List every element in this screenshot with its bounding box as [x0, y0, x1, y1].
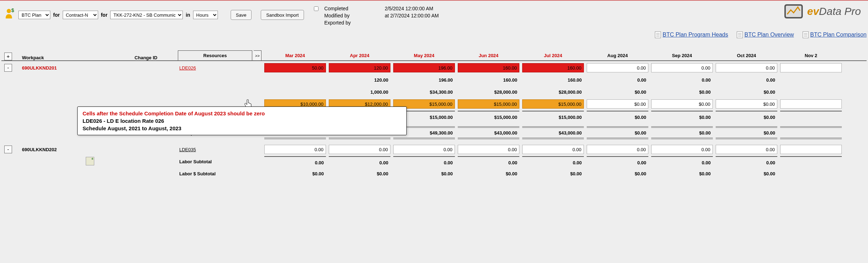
- value-cell: 0.00: [651, 156, 713, 167]
- value-cell: $0.00: [587, 169, 648, 178]
- value-cell: $0.00: [716, 169, 777, 178]
- plan-select[interactable]: BTC Plan: [18, 11, 50, 19]
- toolbar: $ BTC Plan for Contract-N for TKK-272-KN…: [0, 0, 868, 28]
- month-header: Apr 2024: [327, 53, 392, 60]
- table-row: 1,000.00$34,300.00$28,000.00$28,000.00$0…: [1, 85, 867, 97]
- value-input[interactable]: [458, 99, 519, 109]
- month-header: Jul 2024: [521, 53, 585, 60]
- brand-icon: [784, 4, 804, 19]
- value-input[interactable]: [522, 145, 584, 154]
- month-header: Nov 2: [779, 53, 843, 60]
- value-cell: 0.00: [458, 156, 519, 167]
- value-cell: $0.00: [716, 111, 777, 121]
- value-input[interactable]: [780, 99, 842, 109]
- workpack-row: - 690ULKKND201 LDE026: [1, 61, 867, 73]
- table-row: 120.00196.00160.00160.000.000.000.00: [1, 73, 867, 85]
- expand-resources-button[interactable]: >>: [254, 50, 261, 60]
- workpack-row: - 690ULKKND202 LDE035: [1, 143, 867, 155]
- value-cell: 0.00: [716, 75, 777, 84]
- value-cell: 160.00: [458, 75, 519, 84]
- value-input[interactable]: [716, 145, 777, 154]
- workpack-link[interactable]: 690ULKKND202: [22, 147, 57, 152]
- value-cell: $0.00: [716, 87, 777, 97]
- value-input[interactable]: [780, 145, 842, 154]
- value-input[interactable]: [716, 99, 777, 109]
- tooltip-schedule: Schedule August, 2021 to August, 2023: [83, 125, 401, 131]
- value-cell: $0.00: [651, 87, 713, 97]
- value-input[interactable]: [329, 145, 390, 154]
- workpack-link[interactable]: 690ULKKND201: [22, 65, 57, 71]
- svg-text:$: $: [11, 8, 14, 13]
- month-header: May 2024: [392, 53, 456, 60]
- timestamp-2: at 2/7/2024 12:00:00 AM: [385, 13, 439, 18]
- value-input[interactable]: [651, 145, 713, 154]
- value-cell: [780, 87, 842, 97]
- resources-header: Resources: [178, 50, 252, 60]
- value-cell: [780, 75, 842, 84]
- resource-link[interactable]: LDE026: [179, 65, 196, 71]
- value-input[interactable]: [329, 63, 390, 72]
- collapse-button[interactable]: -: [4, 146, 12, 153]
- brand-logo: evData Pro: [784, 4, 861, 19]
- value-input[interactable]: [393, 145, 455, 154]
- value-input[interactable]: [587, 145, 648, 154]
- value-input[interactable]: [587, 99, 648, 109]
- document-icon: [655, 31, 661, 38]
- value-cell: 0.00: [587, 75, 648, 84]
- meta-info: Completed Modified by Exported by 2/5/20…: [314, 6, 439, 26]
- value-cell: 0.00: [329, 156, 390, 167]
- value-input[interactable]: [522, 99, 584, 109]
- collapse-button[interactable]: -: [4, 64, 12, 72]
- month-header: Aug 2024: [585, 53, 650, 60]
- month-header: Oct 2024: [714, 53, 779, 60]
- value-cell: 0.00: [587, 156, 648, 167]
- user-money-icon: $: [4, 8, 16, 19]
- value-input[interactable]: [716, 63, 777, 72]
- value-cell: $43,000.00: [458, 126, 519, 139]
- value-cell: $28,000.00: [522, 87, 584, 97]
- value-cell: $0.00: [651, 111, 713, 121]
- value-cell: 0.00: [393, 156, 455, 167]
- value-input[interactable]: [651, 63, 713, 72]
- resource-link[interactable]: LDE035: [179, 147, 196, 152]
- value-input[interactable]: [264, 63, 326, 72]
- add-resource-icon[interactable]: [86, 157, 94, 165]
- completed-checkbox[interactable]: [314, 6, 319, 11]
- value-cell: $0.00: [651, 126, 713, 139]
- program-heads-link[interactable]: BTC Plan Program Heads: [663, 32, 728, 38]
- unit-select[interactable]: Hours: [193, 11, 218, 19]
- value-input[interactable]: [780, 63, 842, 72]
- save-button[interactable]: Save: [231, 10, 252, 20]
- value-cell: 120.00: [329, 75, 390, 84]
- expand-all-button[interactable]: +: [4, 53, 12, 60]
- value-cell: [780, 156, 842, 167]
- value-cell: 196.00: [393, 75, 455, 84]
- value-input[interactable]: [458, 145, 519, 154]
- sandbox-import-button[interactable]: Sandbox Import: [261, 10, 304, 20]
- modified-label: Modified by: [324, 13, 351, 18]
- value-cell: 1,000.00: [329, 87, 390, 97]
- value-cell: $0.00: [587, 126, 648, 139]
- value-cell: $28,000.00: [458, 87, 519, 97]
- report-links: BTC Plan Program Heads BTC Plan Overview…: [655, 31, 867, 38]
- value-cell: $0.00: [716, 126, 777, 139]
- value-input[interactable]: [264, 145, 326, 154]
- subtotal-row: Labor $ Subtotal $0.00$0.00$0.00$0.00$0.…: [1, 167, 867, 179]
- svg-rect-3: [786, 6, 801, 17]
- value-input[interactable]: [458, 63, 519, 72]
- labor-subtotal-label: Labor Subtotal: [179, 159, 212, 164]
- value-input[interactable]: [587, 63, 648, 72]
- value-cell: $0.00: [264, 169, 326, 178]
- value-cell: $34,300.00: [393, 87, 455, 97]
- overview-link[interactable]: BTC Plan Overview: [744, 32, 794, 38]
- contract-select[interactable]: Contract-N: [63, 11, 98, 19]
- value-cell: $0.00: [522, 169, 584, 178]
- value-cell: 0.00: [651, 75, 713, 84]
- comparison-link[interactable]: BTC Plan Comparison: [810, 32, 867, 38]
- value-input[interactable]: [393, 63, 455, 72]
- value-input[interactable]: [651, 99, 713, 109]
- project-select[interactable]: TKK-272-KN2 - SB Communic: [110, 11, 183, 19]
- value-input[interactable]: [522, 63, 584, 72]
- value-cell: $0.00: [587, 111, 648, 121]
- subtotal-row: Labor Subtotal 0.000.000.000.000.000.000…: [1, 155, 867, 167]
